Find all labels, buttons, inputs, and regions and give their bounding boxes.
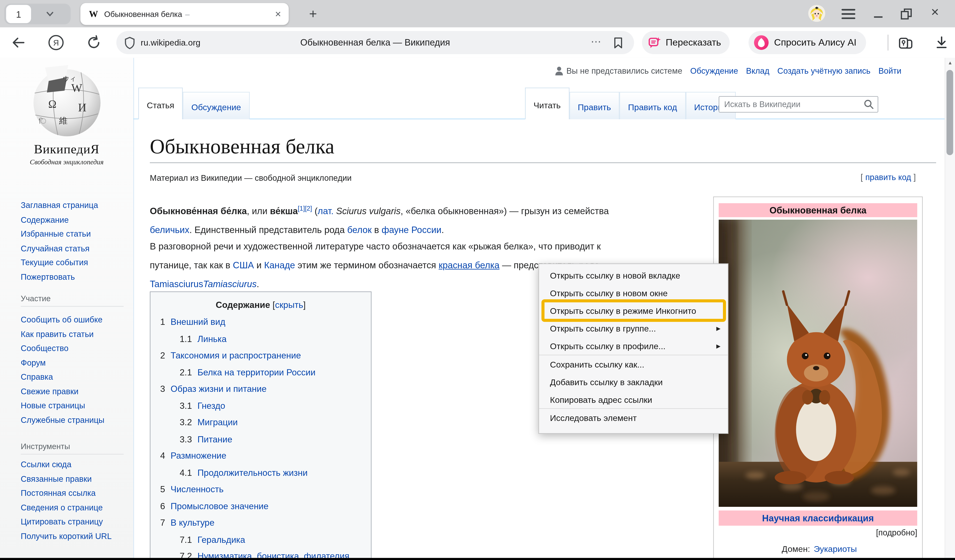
refresh-icon[interactable] <box>86 34 102 50</box>
new-tab-button[interactable]: + <box>303 4 323 24</box>
sidebar-nav-tools: Ссылки сюда Связанные правки Постоянная … <box>21 459 117 545</box>
tab-read[interactable]: Читать <box>525 87 569 119</box>
personal-link-contributions[interactable]: Вклад <box>746 66 769 75</box>
downloads-icon[interactable] <box>934 35 949 50</box>
ref-1-link[interactable]: [1] <box>298 204 305 212</box>
genus-link[interactable]: белок <box>347 225 371 235</box>
menu-item-open-new-tab[interactable]: Открыть ссылку в новой вкладке <box>539 267 728 284</box>
menu-item-bookmark-link[interactable]: Добавить ссылку в закладки <box>539 373 728 391</box>
tab-edit[interactable]: Править <box>569 92 620 119</box>
scrollbar-up-arrow-icon[interactable]: ▲ <box>945 60 955 66</box>
ref-2-link[interactable]: [2] <box>305 204 312 212</box>
sidebar-item-forum[interactable]: Форум <box>21 356 46 370</box>
collections-panel-icon[interactable] <box>898 34 913 50</box>
toc-link[interactable]: Размножение <box>171 451 226 460</box>
menu-item-open-incognito[interactable]: Открыть ссылку в режиме Инкогнито <box>539 302 728 319</box>
sidebar-item-report-error[interactable]: Сообщить об ошибке <box>21 313 103 327</box>
sidebar-item-contents[interactable]: Содержание <box>21 213 69 227</box>
page-scrollbar[interactable]: ▲ <box>945 58 955 560</box>
toc-link[interactable]: Питание <box>197 434 232 444</box>
edit-source-anchor[interactable]: править код <box>865 173 911 182</box>
toc-link[interactable]: Геральдика <box>197 535 245 544</box>
wikipedia-logo[interactable]: W И Ω 維 ウィ ি ВикипедиЯ Свободная энцикло… <box>0 65 133 165</box>
toc-item: 7В культуре <box>150 515 371 531</box>
window-minimize-button[interactable] <box>871 8 886 20</box>
wiki-search-input[interactable] <box>719 96 878 112</box>
sidebar-item-short-url[interactable]: Получить короткий URL <box>21 531 112 541</box>
canada-link[interactable]: Канаде <box>264 260 295 270</box>
usa-link[interactable]: США <box>233 260 254 270</box>
tab-close-icon[interactable]: ✕ <box>275 9 282 19</box>
window-close-button[interactable]: ✕ <box>931 6 939 19</box>
domain-value-link[interactable]: Эукариоты <box>814 544 857 554</box>
ask-alice-button[interactable]: Спросить Алису AI <box>748 31 866 54</box>
toc-link[interactable]: Численность <box>171 484 224 494</box>
toc-link[interactable]: Промысловое значение <box>171 501 268 511</box>
fauna-russia-link[interactable]: фауне России <box>382 225 441 235</box>
latin-link[interactable]: лат. <box>318 206 333 216</box>
toc-link[interactable]: В культуре <box>171 518 214 527</box>
tab-edit-source[interactable]: Править код <box>620 92 686 119</box>
omnibox-more-icon[interactable]: ⋯ <box>591 31 601 54</box>
bookmark-icon[interactable] <box>613 37 623 48</box>
scrollbar-thumb[interactable] <box>946 70 953 155</box>
sidebar-item-related-changes[interactable]: Связанные правки <box>21 474 92 484</box>
tab-count-badge[interactable]: 1 <box>6 5 31 23</box>
tamiasciurus-link[interactable]: Tamiasciurus <box>150 279 203 289</box>
tamiasciurus-link-text[interactable]: Tamiasciurus <box>203 279 257 289</box>
sidebar-item-cite-page[interactable]: Цитировать страницу <box>21 516 103 527</box>
title-rule <box>150 162 936 163</box>
window-restore-button[interactable] <box>899 7 913 21</box>
yandex-home-icon[interactable]: Я <box>47 34 64 51</box>
tab-title-suffix: – <box>185 9 189 19</box>
menu-hamburger-icon[interactable] <box>841 8 856 20</box>
personal-link-create-account[interactable]: Создать учётную запись <box>777 66 870 75</box>
classification-link[interactable]: Научная классификация <box>762 513 874 523</box>
tab-discussion[interactable]: Обсуждение <box>183 92 250 119</box>
menu-item-open-in-group[interactable]: Открыть ссылку в группе...▶ <box>539 319 728 337</box>
toc-link[interactable]: Линька <box>197 334 227 343</box>
toc-link[interactable]: Образ жизни и питание <box>171 384 266 394</box>
sidebar-item-current-events[interactable]: Текущие события <box>21 256 88 270</box>
sidebar-item-permanent-link[interactable]: Постоянная ссылка <box>21 488 96 498</box>
squirrel-family-link[interactable]: беличьих <box>150 225 189 235</box>
sidebar-item-new-pages[interactable]: Новые страницы <box>21 399 85 413</box>
toc-hide-link[interactable]: скрыть <box>275 300 303 310</box>
menu-item-open-new-window[interactable]: Открыть ссылку в новом окне <box>539 284 728 302</box>
retell-ai-button[interactable]: Пересказать <box>642 31 730 54</box>
menu-item-copy-link-address[interactable]: Копировать адрес ссылки <box>539 391 728 408</box>
sidebar-item-what-links-here[interactable]: Ссылки сюда <box>21 459 71 470</box>
omnibox[interactable]: ru.wikipedia.org Обыкновенная белка — Ви… <box>116 31 634 54</box>
menu-item-inspect-element[interactable]: Исследовать элемент <box>539 409 728 426</box>
sidebar-item-special-pages[interactable]: Служебные страницы <box>21 413 105 427</box>
browser-tab[interactable]: W Обыкновенная белка – ✕ <box>80 3 289 25</box>
sidebar-item-recent-changes[interactable]: Свежие правки <box>21 384 78 399</box>
menu-item-save-link-as[interactable]: Сохранить ссылку как... <box>539 356 728 373</box>
toc-link[interactable]: Гнездо <box>197 401 225 410</box>
tab-group-counter[interactable]: 1 <box>4 3 70 24</box>
red-squirrel-link[interactable]: красная белка <box>438 260 499 270</box>
menu-item-open-in-profile[interactable]: Открыть ссылку в профиле...▶ <box>539 337 728 355</box>
back-icon[interactable] <box>11 35 26 50</box>
sidebar-item-featured[interactable]: Избранные статьи <box>21 227 91 241</box>
sidebar-item-page-info[interactable]: Сведения о странице <box>21 502 103 513</box>
sidebar-item-community[interactable]: Сообщество <box>21 341 69 356</box>
toc-link[interactable]: Таксономия и распространение <box>171 350 301 360</box>
search-icon[interactable] <box>864 99 874 109</box>
personal-link-talk[interactable]: Обсуждение <box>690 66 738 75</box>
sidebar-item-help[interactable]: Справка <box>21 370 53 384</box>
profile-avatar[interactable] <box>808 5 825 22</box>
toc-link[interactable]: Белка на территории России <box>197 367 315 377</box>
sidebar-item-random[interactable]: Случайная статья <box>21 241 89 256</box>
chevron-down-icon[interactable] <box>45 10 54 19</box>
personal-link-login[interactable]: Войти <box>878 66 901 75</box>
tab-article[interactable]: Статья <box>138 87 183 119</box>
toc-link[interactable]: Продолжительность жизни <box>197 468 307 477</box>
toc-link[interactable]: Миграции <box>197 417 238 427</box>
sidebar-item-how-to-edit[interactable]: Как править статьи <box>21 327 94 341</box>
toc-link[interactable]: Внешний вид <box>171 317 225 327</box>
taxobox-image[interactable] <box>719 220 917 507</box>
sidebar-item-donate[interactable]: Пожертвовать <box>21 270 75 284</box>
sidebar-item-main-page[interactable]: Заглавная страница <box>21 198 98 213</box>
details-link[interactable]: подробно <box>878 528 915 537</box>
